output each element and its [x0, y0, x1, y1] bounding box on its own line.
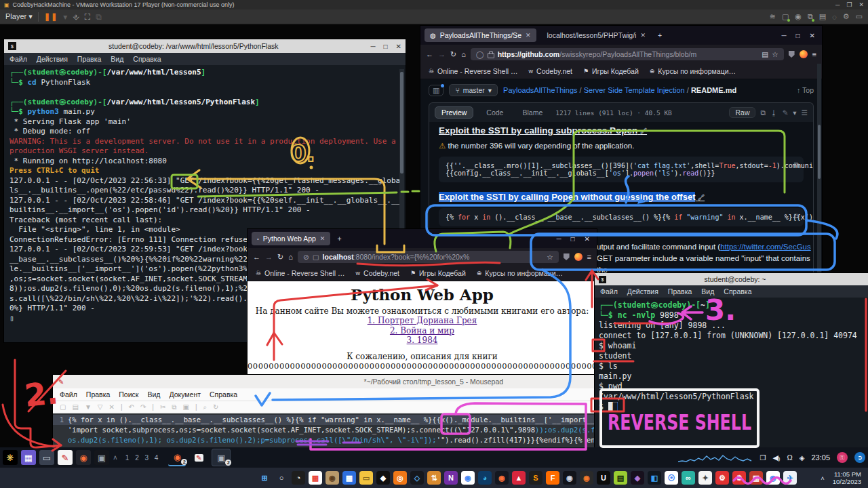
menu-item[interactable]: Правка: [77, 55, 101, 63]
bookmark-item[interactable]: ⊕Курсы по информаци…: [477, 269, 563, 277]
chrome-icon[interactable]: ◉: [461, 471, 475, 485]
f-app-icon[interactable]: F: [546, 471, 559, 485]
window-tray-icon[interactable]: ❐: [760, 454, 766, 462]
top-link[interactable]: ↑ Top: [797, 86, 814, 94]
volume-icon[interactable]: ◀): [772, 453, 780, 462]
copy-icon[interactable]: ⧉: [760, 108, 766, 117]
disk-device-icon[interactable]: ▤: [819, 12, 826, 21]
menu-item[interactable]: Файл: [60, 390, 77, 399]
menu-item[interactable]: Файл: [600, 287, 618, 296]
fullscreen-icon[interactable]: ⛶: [85, 12, 90, 22]
dropdown-caret-icon[interactable]: ▾: [793, 108, 796, 117]
anchor-link-icon[interactable]: 🔗︎: [698, 194, 705, 201]
toolbar-icon[interactable]: ↷: [140, 403, 146, 411]
red-white-app-icon[interactable]: ▥: [749, 471, 763, 485]
obsidian-icon[interactable]: ◆: [376, 471, 390, 485]
forward-icon[interactable]: →: [438, 50, 446, 58]
pin-app-icon[interactable]: ✈: [783, 471, 797, 485]
toolbar-icon[interactable]: ▢: [60, 403, 66, 411]
maps-icon[interactable]: ⦿: [665, 471, 678, 485]
toolbar-icon[interactable]: ▽: [98, 403, 103, 411]
bookmark-item[interactable]: ☠Online - Reverse Shell …: [256, 269, 345, 277]
url-bar[interactable]: ⊘ ▢ localhost:8080/index?book={%%20for%2…: [298, 251, 559, 263]
photos-icon[interactable]: ▦: [309, 471, 322, 485]
teal-app-icon[interactable]: ∞: [682, 471, 695, 485]
bookmark-item[interactable]: ☠Online - Reverse Shell …: [429, 67, 518, 75]
menu-item[interactable]: Правка: [668, 287, 692, 296]
explorer-icon[interactable]: ▭: [359, 471, 373, 485]
tab-code[interactable]: Code: [480, 107, 509, 118]
minimize-icon[interactable]: ─: [835, 1, 840, 8]
firefox-window-button[interactable]: ◉2: [168, 449, 186, 466]
menu-item[interactable]: Вид: [111, 55, 123, 63]
printer-device-icon[interactable]: ▭: [856, 12, 863, 21]
breadcrumb-repo-link[interactable]: PayloadsAllTheThings: [503, 86, 577, 94]
close-icon[interactable]: ✕: [810, 32, 815, 39]
menu-item[interactable]: Документ: [169, 390, 201, 399]
bookmark-item[interactable]: ⚑Игры Кодебай: [410, 269, 466, 277]
menu-item[interactable]: Справка: [724, 287, 751, 296]
home-icon[interactable]: ⌂: [288, 253, 293, 261]
clock[interactable]: 23:05: [811, 453, 830, 462]
cd-device-icon[interactable]: ◉: [795, 12, 802, 21]
calendar-icon[interactable]: ▦: [342, 471, 356, 485]
toolbar-icon[interactable]: ↶: [129, 403, 134, 411]
terminal-titlebar[interactable]: $ student@codeby: ~: [595, 273, 868, 285]
maximize-icon[interactable]: □: [796, 32, 800, 39]
bookmark-item[interactable]: wCodeby.net: [356, 269, 399, 277]
close-icon[interactable]: ✕: [585, 235, 590, 243]
files-app-icon[interactable]: ▭: [39, 450, 54, 465]
reload-icon[interactable]: ↻: [277, 253, 283, 262]
mousepad-app-icon[interactable]: ✎: [58, 450, 73, 465]
adblock-shield-icon[interactable]: [789, 51, 795, 58]
anchor-link-icon[interactable]: 🔗︎: [640, 127, 647, 135]
tab-blame[interactable]: Blame: [516, 107, 549, 118]
camera-icon[interactable]: ◉: [563, 471, 576, 485]
pause-dropdown-icon[interactable]: ▾: [63, 12, 67, 22]
mover-icon[interactable]: ⇅: [427, 471, 441, 485]
maximize-icon[interactable]: □: [384, 43, 388, 50]
speedtest-icon[interactable]: ◔: [292, 471, 305, 485]
portrait-icon[interactable]: ◉: [326, 471, 339, 485]
menu-item[interactable]: Правка: [86, 390, 110, 399]
bell-icon[interactable]: Ω: [787, 453, 793, 462]
breadcrumb-folder-link[interactable]: Server Side Template Injection: [584, 86, 685, 94]
sound-device-icon[interactable]: ◌: [832, 13, 837, 21]
forward-icon[interactable]: →: [265, 253, 273, 261]
back-icon[interactable]: ←: [253, 253, 260, 261]
visual-studio-icon[interactable]: ◈: [631, 471, 644, 485]
tray-chevron-icon[interactable]: ˄: [821, 474, 825, 482]
url-bar[interactable]: ◯ https://github.com/swisskyrepo/Payload…: [471, 48, 784, 60]
unreal-icon[interactable]: U: [597, 471, 610, 485]
menu-icon[interactable]: ≡: [587, 253, 591, 261]
download-icon[interactable]: ⭳: [770, 108, 778, 117]
tab-localhost-phptwig[interactable]: localhost/lesson5/PHPTwig/i✕: [542, 28, 651, 42]
player-menu[interactable]: Player ▾: [5, 12, 33, 21]
adblock-shield-icon[interactable]: [564, 253, 570, 260]
red-app-icon[interactable]: ▲: [512, 471, 526, 485]
outline-icon[interactable]: ☰: [802, 108, 808, 117]
maximize-icon[interactable]: ❐: [846, 1, 852, 8]
spiky-app-icon[interactable]: ✦: [698, 471, 712, 485]
minimize-icon[interactable]: ─: [556, 235, 561, 243]
menu-icon[interactable]: ≡: [812, 50, 816, 58]
home-icon[interactable]: ⌂: [461, 50, 466, 58]
menu-item[interactable]: Файл: [9, 55, 27, 63]
bookmark-star-icon[interactable]: ☆: [547, 253, 553, 261]
close-icon[interactable]: ✕: [859, 1, 864, 8]
toolbar-icon[interactable]: ⌕: [203, 403, 208, 411]
workspace-pager[interactable]: 1 2 3 4: [125, 454, 161, 462]
chrome-badge-icon[interactable]: ◉: [766, 471, 780, 485]
edge-icon[interactable]: ◕: [478, 471, 492, 485]
scrollbar[interactable]: [817, 64, 821, 283]
close-tab-icon[interactable]: ✕: [640, 32, 646, 39]
codeby-logo-icon[interactable]: ❋: [3, 450, 18, 465]
twitter-link[interactable]: https://twitter.com/SecGus: [720, 243, 811, 251]
settings-device-icon[interactable]: ⚙: [843, 12, 850, 21]
toolbar-icon[interactable]: ⧉: [172, 403, 176, 411]
bookmark-star-icon[interactable]: ☆: [772, 50, 778, 58]
menu-item[interactable]: Справка: [133, 55, 161, 63]
minimize-icon[interactable]: ─: [370, 43, 375, 50]
display-device-icon[interactable]: ▢: [782, 12, 789, 21]
bookmark-item[interactable]: ⚑Игры Кодебай: [583, 67, 639, 75]
